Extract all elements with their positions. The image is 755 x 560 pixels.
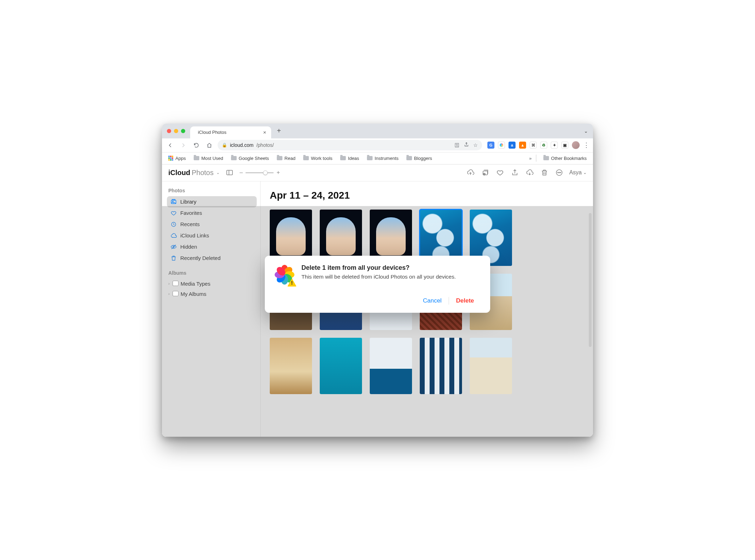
chevron-down-icon: ⌄ [216, 170, 220, 175]
svg-point-6 [559, 172, 560, 173]
svg-rect-0 [227, 170, 233, 175]
zoom-slider[interactable]: – + [239, 169, 280, 176]
folder-icon [277, 156, 282, 160]
tab-title: iCloud Photos [198, 130, 260, 135]
photo-thumbnail[interactable] [370, 338, 412, 394]
folder-icon [340, 156, 346, 160]
app-brand[interactable]: iCloud Photos ⌄ [168, 169, 220, 177]
back-button[interactable] [166, 141, 175, 150]
forward-button [179, 141, 188, 150]
bookmark-folder[interactable]: Work tools [300, 154, 335, 162]
svg-point-7 [560, 172, 561, 173]
browser-menu-icon[interactable]: ⋮ [583, 141, 589, 149]
photos-icon [170, 199, 177, 205]
address-bar: 🔒 icloud.com/photos/ ⚿ ☆ G a ▲ ⌘ ♻ ✦ ▣ ⋮ [162, 138, 593, 153]
lock-icon: 🔒 [222, 143, 227, 148]
new-tab-button[interactable]: + [274, 127, 284, 135]
home-button[interactable] [205, 141, 214, 150]
svg-rect-9 [172, 199, 175, 200]
photo-thumbnail[interactable] [320, 338, 362, 394]
apps-grid-icon [168, 156, 173, 161]
url-host: icloud.com [230, 142, 254, 148]
titlebar: iCloud Photos × + ⌄ [162, 124, 593, 138]
ext-icon[interactable]: ▲ [519, 142, 526, 149]
url-path: /photos/ [256, 142, 274, 148]
ext-translate-icon[interactable]: G [487, 142, 494, 149]
bookmark-apps[interactable]: Apps [166, 154, 189, 162]
delete-confirm-dialog: ! Delete 1 item from all your devices? T… [265, 256, 490, 313]
window-controls [162, 129, 190, 133]
bookmark-folder[interactable]: Read [274, 154, 298, 162]
albums-icon [173, 281, 178, 286]
bookmark-folder[interactable]: Google Sheets [228, 154, 272, 162]
bookmarks-bar: Apps Most Used Google Sheets Read Work t… [162, 153, 593, 164]
browser-window: iCloud Photos × + ⌄ 🔒 icloud.com/photos/… [162, 124, 593, 437]
folder-icon [367, 156, 373, 160]
bookmarks-overflow-icon[interactable]: » [529, 156, 532, 161]
photo-thumbnail[interactable] [270, 338, 312, 394]
add-to-album-icon[interactable] [480, 168, 490, 178]
scrollbar[interactable] [589, 213, 592, 347]
reload-button[interactable] [192, 141, 201, 150]
sidebar-section-photos: Photos [166, 186, 257, 196]
photo-thumbnail[interactable] [420, 338, 462, 394]
bookmark-other[interactable]: Other Bookmarks [541, 154, 589, 162]
folder-icon [303, 156, 309, 160]
bookmark-folder[interactable]: Bloggers [404, 154, 435, 162]
folder-icon [194, 156, 199, 160]
dialog-title: Delete 1 item from all your devices? [301, 264, 456, 272]
svg-point-5 [558, 172, 559, 173]
upload-icon[interactable] [466, 168, 475, 178]
delete-button[interactable]: Delete [449, 295, 481, 306]
zoom-out-icon[interactable]: – [239, 169, 243, 176]
bookmark-folder[interactable]: Most Used [191, 154, 226, 162]
ext-icon[interactable]: ♻ [540, 142, 547, 149]
ext-icon[interactable]: ⌘ [530, 142, 537, 149]
photo-thumbnail[interactable] [470, 338, 512, 394]
date-range-header: Apr 11 – 24, 2021 [270, 190, 584, 201]
minimize-window-icon[interactable] [174, 129, 178, 133]
bookmark-star-icon[interactable]: ☆ [473, 142, 478, 148]
sidebar-toggle-icon[interactable] [225, 168, 235, 178]
profile-avatar[interactable] [572, 141, 580, 149]
url-field[interactable]: 🔒 icloud.com/photos/ ⚿ ☆ [218, 140, 482, 150]
chevron-down-icon: ⌄ [583, 170, 587, 175]
share-url-icon[interactable] [464, 142, 469, 148]
app-toolbar: iCloud Photos ⌄ – + Asya⌄ [162, 164, 593, 181]
zoom-track[interactable] [245, 172, 274, 173]
folder-icon [406, 156, 412, 160]
account-menu[interactable]: Asya⌄ [569, 169, 587, 176]
bookmark-folder[interactable]: Ideas [337, 154, 362, 162]
zoom-in-icon[interactable]: + [276, 169, 280, 176]
zoom-knob[interactable] [263, 170, 268, 175]
albums-icon [173, 292, 178, 296]
cancel-button[interactable]: Cancel [416, 295, 449, 306]
close-tab-icon[interactable]: × [263, 129, 266, 135]
extensions-puzzle-icon[interactable]: ✦ [551, 142, 558, 149]
tabs-menu-icon[interactable]: ⌄ [584, 128, 588, 134]
folder-icon [231, 156, 237, 160]
more-icon[interactable] [554, 168, 564, 178]
extensions: G a ▲ ⌘ ♻ ✦ ▣ ⋮ [486, 141, 589, 149]
favorite-icon[interactable] [495, 168, 505, 178]
dialog-message: This item will be deleted from iCloud Ph… [301, 274, 456, 280]
maximize-window-icon[interactable] [181, 129, 185, 133]
key-icon[interactable]: ⚿ [455, 142, 460, 148]
share-icon[interactable] [510, 168, 520, 178]
ext-icon[interactable]: a [508, 142, 516, 149]
delete-icon[interactable] [539, 168, 549, 178]
folder-icon [543, 156, 549, 160]
browser-tab[interactable]: iCloud Photos × [190, 126, 271, 138]
photos-app-warning-icon: ! [274, 264, 295, 285]
close-window-icon[interactable] [167, 129, 171, 133]
download-icon[interactable] [525, 168, 535, 178]
sidepanel-icon[interactable]: ▣ [561, 142, 568, 149]
bookmark-folder[interactable]: Instruments [364, 154, 401, 162]
ext-icon[interactable] [498, 142, 505, 149]
